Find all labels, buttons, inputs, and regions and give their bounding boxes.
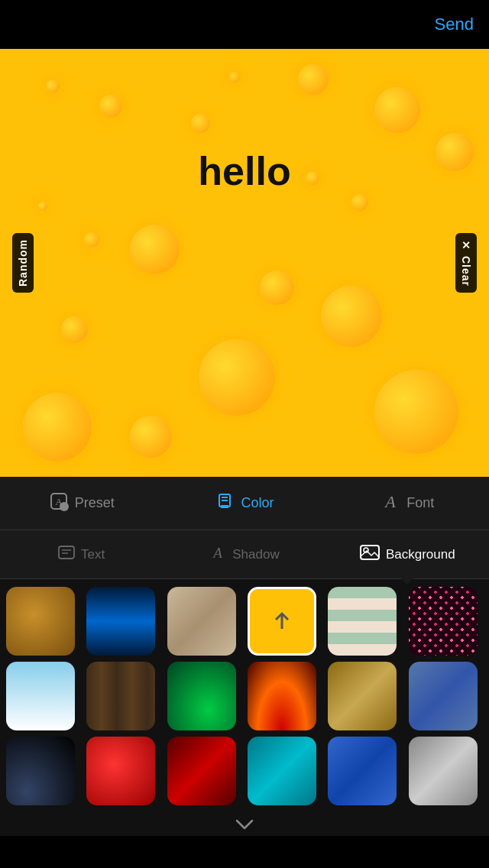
bubble-decoration xyxy=(260,270,294,305)
bg-thumb-gold[interactable] xyxy=(6,587,75,656)
bubble-decoration xyxy=(229,72,240,83)
tab-font[interactable]: A Font xyxy=(326,477,489,530)
bubble-decoration xyxy=(38,202,47,211)
bg-thumb-blue-texture[interactable] xyxy=(328,737,397,805)
tab-bar-2: Text A Shadow Background xyxy=(0,530,489,579)
tab-color-label: Color xyxy=(241,495,274,511)
svg-text:A: A xyxy=(212,545,222,561)
tab-shadow[interactable]: A Shadow xyxy=(163,530,325,578)
bubble-decoration xyxy=(351,194,368,211)
bubble-decoration xyxy=(61,316,88,343)
bubble-decoration xyxy=(130,416,172,458)
svg-rect-6 xyxy=(221,505,228,508)
bubble-decoration xyxy=(130,225,180,274)
send-button[interactable]: Send xyxy=(435,15,474,34)
bg-thumb-pink-dots[interactable] xyxy=(409,587,478,656)
bg-thumb-blue-rain[interactable] xyxy=(86,587,155,656)
preset-icon: A xyxy=(49,491,69,516)
bubble-decoration xyxy=(199,339,275,416)
bubble-decoration xyxy=(374,87,420,133)
color-icon xyxy=(215,491,235,516)
bg-thumb-paper[interactable] xyxy=(167,587,236,656)
canvas-text[interactable]: hello xyxy=(198,148,290,194)
bubble-decoration xyxy=(191,114,210,133)
tab-color[interactable]: Color xyxy=(163,477,325,530)
shadow-icon: A xyxy=(209,544,226,565)
tab-preset[interactable]: A Preset xyxy=(0,477,163,530)
svg-text:A: A xyxy=(384,492,397,511)
bubble-decoration xyxy=(298,64,329,95)
bg-thumb-gold-pattern[interactable] xyxy=(328,662,397,730)
background-grid xyxy=(0,579,489,813)
bg-thumb-red-circle[interactable] xyxy=(86,737,155,805)
tab-background[interactable]: Background xyxy=(326,530,489,578)
top-bar: Send xyxy=(0,0,489,49)
bg-thumb-teal[interactable] xyxy=(248,737,316,805)
bubble-decoration xyxy=(99,95,122,118)
tab-shadow-label: Shadow xyxy=(232,547,279,562)
tab-bar-1: A Preset Color A xyxy=(0,477,489,530)
background-icon xyxy=(360,544,380,565)
bubble-decoration xyxy=(306,171,319,185)
svg-point-2 xyxy=(60,502,69,511)
bg-thumb-wood[interactable] xyxy=(86,662,155,730)
random-button[interactable]: Random xyxy=(12,233,34,293)
bubble-decoration xyxy=(46,79,60,93)
tab-text-label: Text xyxy=(81,547,105,562)
bg-thumb-swirl-green[interactable] xyxy=(167,662,236,730)
bubble-decoration xyxy=(374,370,458,454)
bottom-toolbar: A Preset Color A xyxy=(0,477,489,836)
bg-thumb-denim[interactable] xyxy=(409,662,478,730)
text-icon xyxy=(58,544,75,565)
tab-preset-label: Preset xyxy=(75,495,115,511)
bg-thumb-stripes[interactable] xyxy=(328,587,397,656)
svg-rect-8 xyxy=(59,546,74,559)
bg-thumb-red-rays[interactable] xyxy=(248,662,316,730)
bubble-decoration xyxy=(23,393,92,462)
svg-rect-12 xyxy=(361,546,379,559)
bg-thumb-gray-stone[interactable] xyxy=(409,737,478,805)
tab-background-label: Background xyxy=(386,547,455,562)
bg-thumb-dandelion[interactable] xyxy=(6,662,75,730)
scroll-down-button[interactable] xyxy=(0,813,489,836)
tab-font-label: Font xyxy=(406,495,434,511)
bg-thumb-yellow-bubbles[interactable] xyxy=(248,587,316,656)
bubble-decoration xyxy=(84,232,99,248)
tab-text[interactable]: Text xyxy=(0,530,163,578)
bubble-decoration xyxy=(321,286,382,347)
font-icon: A xyxy=(381,491,400,516)
canvas-area: hello Random ✕ Clear xyxy=(0,49,489,477)
clear-button[interactable]: ✕ Clear xyxy=(455,233,477,293)
bubble-decoration xyxy=(436,133,474,171)
bg-thumb-red-dark[interactable] xyxy=(167,737,236,805)
bg-thumb-smoke[interactable] xyxy=(6,737,75,805)
